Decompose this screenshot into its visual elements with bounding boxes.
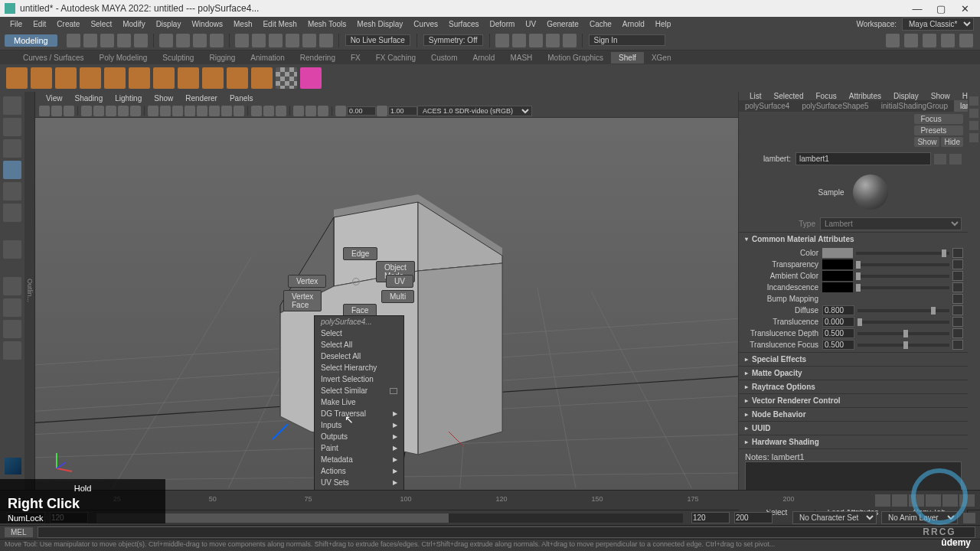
vp-menu-renderer[interactable]: Renderer bbox=[179, 94, 224, 103]
shelf-tab[interactable]: Motion Graphics bbox=[540, 52, 611, 64]
save-icon[interactable] bbox=[100, 34, 114, 47]
shelf-tab[interactable]: Poly Modeling bbox=[91, 52, 155, 64]
attr-menu-item[interactable]: List bbox=[743, 92, 768, 100]
paint-icon[interactable] bbox=[193, 34, 207, 47]
signin-field[interactable]: Sign In bbox=[589, 34, 665, 46]
value-slider[interactable] bbox=[856, 275, 949, 278]
rt-icon[interactable] bbox=[969, 133, 978, 142]
ipr-icon[interactable] bbox=[512, 34, 526, 47]
value-slider[interactable] bbox=[858, 332, 949, 335]
panel-icon[interactable] bbox=[529, 34, 543, 47]
ctx-item[interactable]: Invert Selection bbox=[315, 373, 403, 385]
undo-icon[interactable] bbox=[117, 34, 131, 47]
shelf-tab[interactable]: Shelf bbox=[611, 52, 644, 64]
vp-menu-view[interactable]: View bbox=[40, 94, 69, 103]
attr-menu-item[interactable]: Display bbox=[887, 92, 925, 100]
vp-icon[interactable] bbox=[263, 106, 274, 116]
menu-meshtools[interactable]: Mesh Tools bbox=[302, 20, 351, 28]
vp-icon[interactable] bbox=[51, 106, 62, 116]
vp-icon[interactable] bbox=[130, 106, 141, 116]
ctx-item[interactable]: Deselect All bbox=[315, 350, 403, 362]
menu-edit[interactable]: Edit bbox=[28, 20, 51, 28]
value-slider[interactable] bbox=[858, 344, 949, 347]
shelf-item-cone[interactable] bbox=[80, 67, 101, 89]
rt-icon[interactable] bbox=[969, 121, 978, 130]
shelf-item-plane[interactable] bbox=[129, 67, 150, 89]
layout-single[interactable] bbox=[3, 277, 21, 295]
shelf-item-sphere[interactable] bbox=[6, 67, 28, 89]
map-button[interactable] bbox=[952, 340, 963, 350]
vp-icon[interactable] bbox=[148, 106, 158, 116]
maximize-button[interactable]: ▢ bbox=[930, 3, 952, 15]
section-common[interactable]: Common Material Attributes bbox=[739, 233, 968, 246]
value-slider[interactable] bbox=[858, 309, 949, 312]
outliner-handle[interactable]: Outlin... bbox=[24, 92, 35, 490]
color-swatch[interactable] bbox=[822, 259, 853, 269]
shelf-item-cyl[interactable] bbox=[55, 67, 77, 89]
ctx-item[interactable]: Make Live bbox=[315, 396, 403, 408]
ctx-item[interactable]: Select Similar bbox=[315, 385, 403, 396]
viewport[interactable]: persp Edge Object Mode Vertex UV Vertex … bbox=[35, 118, 738, 490]
charset-select[interactable]: No Character Set bbox=[792, 511, 877, 524]
exposure-field[interactable] bbox=[347, 106, 376, 116]
attr-menu-item[interactable]: Focus bbox=[809, 92, 842, 100]
shelf-item-pipe[interactable] bbox=[202, 67, 224, 89]
stop-icon[interactable] bbox=[563, 34, 577, 47]
snap5-icon[interactable] bbox=[302, 34, 316, 47]
shelf-tab[interactable]: Arnold bbox=[465, 52, 502, 64]
live-surface-field[interactable]: No Live Surface bbox=[345, 34, 410, 46]
type-select[interactable]: Lambert bbox=[820, 217, 962, 230]
menu-modify[interactable]: Modify bbox=[117, 20, 150, 28]
shelf-tab[interactable]: Sculpting bbox=[155, 52, 201, 64]
color-swatch[interactable] bbox=[822, 282, 853, 292]
ctx-item[interactable]: Outputs▶ bbox=[315, 431, 403, 442]
vp-icon[interactable] bbox=[185, 106, 195, 116]
shelf-item-torus[interactable] bbox=[104, 67, 126, 89]
menu-cache[interactable]: Cache bbox=[584, 20, 617, 28]
symmetry-field[interactable]: Symmetry: Off bbox=[423, 34, 483, 46]
menu-curves[interactable]: Curves bbox=[408, 20, 443, 28]
tweak-icon[interactable] bbox=[210, 34, 224, 47]
layout3-icon[interactable] bbox=[923, 34, 936, 47]
mm-multi[interactable]: Multi bbox=[381, 290, 414, 303]
range-in[interactable] bbox=[691, 512, 730, 523]
shelf-tab[interactable]: Custom bbox=[423, 52, 465, 64]
ctx-item[interactable]: Select All bbox=[315, 339, 403, 350]
ctx-item[interactable]: Actions▶ bbox=[315, 465, 403, 477]
value-field[interactable] bbox=[822, 305, 854, 315]
snap1-icon[interactable] bbox=[235, 34, 249, 47]
color-swatch[interactable] bbox=[822, 271, 853, 281]
shelf-tab[interactable]: Curves / Surfaces bbox=[15, 52, 91, 64]
vp-icon[interactable] bbox=[234, 106, 244, 116]
map-button[interactable] bbox=[952, 259, 963, 269]
menu-arnold[interactable]: Arnold bbox=[617, 20, 650, 28]
ctx-item[interactable]: UV Sets▶ bbox=[315, 477, 403, 488]
attr-tab[interactable]: initialShadingGroup bbox=[875, 100, 954, 112]
ctx-item[interactable]: DG Traversal▶ bbox=[315, 408, 403, 419]
presets-button[interactable]: Presets bbox=[914, 126, 963, 135]
section-header[interactable]: Matte Opacity bbox=[739, 367, 968, 380]
node-name-field[interactable] bbox=[795, 152, 931, 165]
value-field[interactable] bbox=[822, 340, 854, 350]
mm-uv[interactable]: UV bbox=[386, 275, 413, 288]
map-button[interactable] bbox=[952, 317, 963, 327]
range-out[interactable] bbox=[734, 512, 773, 523]
layout-four[interactable] bbox=[3, 298, 21, 317]
vp-icon[interactable] bbox=[39, 106, 50, 116]
minimize-button[interactable]: — bbox=[906, 3, 928, 15]
value-slider[interactable] bbox=[856, 286, 949, 289]
attr-menu-item[interactable]: Selected bbox=[768, 92, 810, 100]
snap4-icon[interactable] bbox=[286, 34, 299, 47]
section-header[interactable]: Raytrace Options bbox=[739, 380, 968, 393]
attr-menu-item[interactable]: Show bbox=[925, 92, 956, 100]
map-button[interactable] bbox=[952, 282, 963, 292]
section-header[interactable]: Vector Renderer Control bbox=[739, 394, 968, 407]
lasso-tool[interactable] bbox=[3, 118, 21, 136]
menu-create[interactable]: Create bbox=[51, 20, 85, 28]
menu-surfaces[interactable]: Surfaces bbox=[443, 20, 484, 28]
mm-edge[interactable]: Edge bbox=[343, 247, 377, 260]
ctx-item[interactable]: Select bbox=[315, 328, 403, 339]
section-header[interactable]: UUID bbox=[739, 422, 968, 435]
pin-icon[interactable] bbox=[949, 154, 962, 165]
shelf-item-checker[interactable] bbox=[276, 67, 297, 89]
